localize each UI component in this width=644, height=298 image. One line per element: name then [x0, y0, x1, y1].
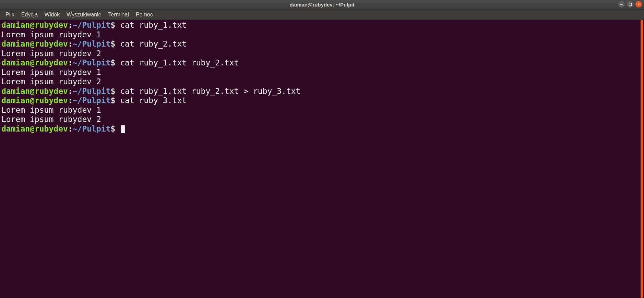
- prompt-symbol: $: [111, 58, 116, 67]
- close-icon: [637, 2, 640, 7]
- terminal-line: damian@rubydev:~/Pulpit$: [1, 124, 643, 134]
- terminal-line: damian@rubydev:~/Pulpit$ cat ruby_1.txt …: [1, 87, 643, 96]
- maximize-button[interactable]: [627, 1, 633, 8]
- prompt-colon: :: [68, 124, 73, 133]
- window-title: damian@rubydev: ~/Pulpit: [289, 2, 354, 8]
- prompt-user-host: damian@rubydev: [1, 21, 68, 29]
- prompt-user-host: damian@rubydev: [1, 87, 68, 96]
- prompt-user-host: damian@rubydev: [1, 39, 68, 48]
- menu-widok[interactable]: Widok: [42, 10, 62, 19]
- output-text: Lorem ipsum rubydev 1: [1, 30, 101, 39]
- prompt-path: ~/Pulpit: [73, 39, 111, 48]
- terminal-body[interactable]: damian@rubydev:~/Pulpit$ cat ruby_1.txtL…: [0, 20, 644, 298]
- terminal-line: Lorem ipsum rubydev 1: [1, 68, 643, 77]
- menu-wyszukiwanie[interactable]: Wyszukiwanie: [64, 10, 104, 19]
- terminal-line: damian@rubydev:~/Pulpit$ cat ruby_1.txt: [1, 21, 643, 30]
- prompt-path: ~/Pulpit: [73, 21, 111, 29]
- command-text: cat ruby_1.txt ruby_2.txt > ruby_3.txt: [115, 87, 300, 96]
- menu-pomoc[interactable]: Pomoc: [133, 10, 156, 19]
- terminal-line: Lorem ipsum rubydev 1: [1, 105, 643, 115]
- cursor: [121, 125, 125, 133]
- output-text: Lorem ipsum rubydev 1: [1, 105, 101, 114]
- prompt-path: ~/Pulpit: [73, 87, 111, 96]
- minimize-button[interactable]: [618, 1, 625, 8]
- terminal-line: Lorem ipsum rubydev 1: [1, 30, 643, 40]
- output-text: Lorem ipsum rubydev 2: [1, 49, 101, 58]
- terminal-line: damian@rubydev:~/Pulpit$ cat ruby_1.txt …: [1, 58, 643, 68]
- menu-terminal[interactable]: Terminal: [105, 10, 131, 19]
- close-button[interactable]: [635, 1, 642, 8]
- prompt-symbol: $: [111, 96, 116, 105]
- command-text: cat ruby_2.txt: [115, 39, 187, 48]
- output-text: Lorem ipsum rubydev 2: [1, 77, 101, 86]
- terminal-line: damian@rubydev:~/Pulpit$ cat ruby_3.txt: [1, 96, 643, 105]
- output-text: Lorem ipsum rubydev 1: [1, 68, 101, 77]
- prompt-symbol: $: [111, 87, 116, 96]
- prompt-colon: :: [68, 58, 73, 67]
- prompt-symbol: $: [111, 39, 116, 48]
- prompt-user-host: damian@rubydev: [1, 96, 68, 105]
- prompt-path: ~/Pulpit: [73, 58, 111, 67]
- scrollbar[interactable]: [640, 20, 644, 298]
- command-text: cat ruby_1.txt: [115, 21, 187, 29]
- prompt-colon: :: [68, 21, 73, 29]
- prompt-user-host: damian@rubydev: [1, 124, 68, 133]
- prompt-symbol: $: [111, 124, 116, 133]
- menubar: Plik Edycja Widok Wyszukiwanie Terminal …: [0, 10, 644, 20]
- prompt-path: ~/Pulpit: [73, 96, 111, 105]
- output-text: Lorem ipsum rubydev 2: [1, 115, 101, 124]
- prompt-colon: :: [68, 96, 73, 105]
- command-text: cat ruby_3.txt: [115, 96, 187, 105]
- terminal-line: Lorem ipsum rubydev 2: [1, 49, 643, 59]
- window-controls: [618, 1, 642, 8]
- scrollbar-thumb[interactable]: [641, 20, 643, 298]
- prompt-path: ~/Pulpit: [73, 124, 111, 133]
- menu-plik[interactable]: Plik: [3, 10, 17, 19]
- prompt-symbol: $: [111, 21, 116, 29]
- prompt-user-host: damian@rubydev: [1, 58, 68, 67]
- terminal-line: Lorem ipsum rubydev 2: [1, 115, 643, 124]
- terminal-line: damian@rubydev:~/Pulpit$ cat ruby_2.txt: [1, 39, 643, 49]
- titlebar: damian@rubydev: ~/Pulpit: [0, 0, 644, 10]
- terminal-line: Lorem ipsum rubydev 2: [1, 77, 643, 87]
- prompt-colon: :: [68, 39, 73, 48]
- menu-edycja[interactable]: Edycja: [19, 10, 40, 19]
- minimize-icon: [620, 4, 623, 5]
- maximize-icon: [629, 3, 632, 6]
- command-text: cat ruby_1.txt ruby_2.txt: [115, 58, 239, 67]
- prompt-colon: :: [68, 87, 73, 96]
